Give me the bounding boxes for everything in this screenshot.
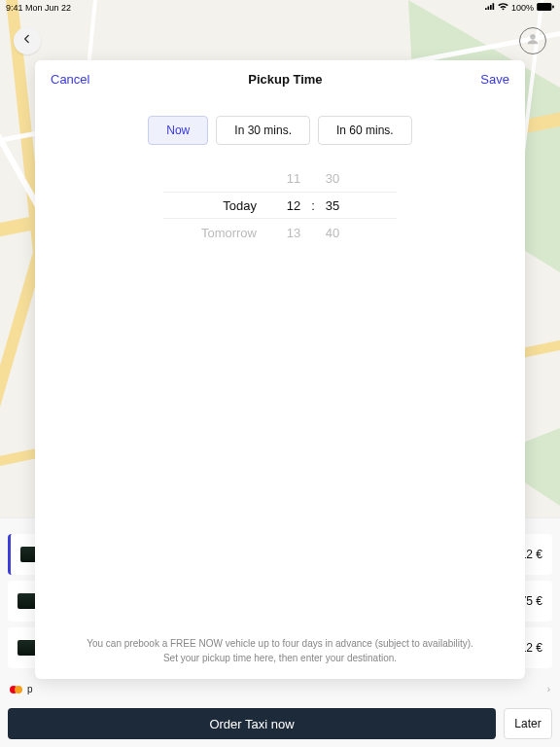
chevron-right-icon: ›	[547, 684, 550, 694]
picker-sep: :	[307, 198, 319, 213]
battery-percent: 100%	[511, 3, 534, 13]
status-time: 9:41 Mon Jun 22	[6, 3, 71, 13]
pickup-time-modal: Cancel Pickup Time Save Now In 30 mins. …	[35, 60, 525, 679]
picker-row-selected[interactable]: Today 12 : 35	[163, 192, 397, 219]
time-picker[interactable]: 11 30 Today 12 : 35 Tomorrow 13 40	[163, 164, 397, 246]
quick-select-row: Now In 30 mins. In 60 mins.	[35, 116, 525, 145]
status-bar: 9:41 Mon Jun 22 100%	[0, 0, 560, 14]
quick-30-button[interactable]: In 30 mins.	[216, 116, 310, 145]
quick-now-button[interactable]: Now	[148, 116, 208, 145]
cancel-button[interactable]: Cancel	[51, 72, 89, 87]
signal-icon	[485, 3, 495, 13]
wifi-icon	[498, 3, 508, 13]
quick-60-button[interactable]: In 60 mins.	[318, 116, 412, 145]
modal-footer-line1: You can prebook a FREE NOW vehicle up to…	[54, 636, 506, 651]
picker-minute: 35	[319, 198, 346, 213]
mastercard-icon	[10, 685, 23, 694]
payment-row[interactable]: p ›	[0, 684, 560, 700]
user-icon	[525, 31, 541, 51]
modal-title: Pickup Time	[248, 72, 322, 87]
save-button[interactable]: Save	[480, 72, 509, 87]
later-button[interactable]: Later	[504, 708, 552, 739]
picker-row-prev[interactable]: 11 30	[163, 164, 397, 192]
modal-header: Cancel Pickup Time Save	[35, 60, 525, 98]
picker-hour: 11	[280, 171, 307, 186]
picker-hour: 13	[280, 226, 307, 240]
svg-rect-1	[537, 3, 551, 11]
modal-footer-text: You can prebook a FREE NOW vehicle up to…	[35, 636, 525, 679]
picker-hour: 12	[280, 198, 307, 213]
back-button[interactable]	[14, 27, 41, 54]
profile-button[interactable]	[519, 27, 546, 54]
modal-footer-line2: Set your pickup time here, then enter yo…	[54, 651, 506, 665]
payment-label: p	[27, 684, 33, 694]
picker-row-next[interactable]: Tomorrow 13 40	[163, 219, 397, 246]
picker-day: Today	[163, 198, 280, 213]
picker-minute: 30	[319, 171, 346, 186]
battery-icon	[537, 3, 554, 13]
picker-day: Tomorrow	[163, 226, 280, 240]
arrow-left-icon	[20, 32, 34, 50]
picker-minute: 40	[319, 226, 346, 240]
svg-point-3	[530, 34, 535, 39]
svg-rect-2	[552, 5, 554, 8]
order-button[interactable]: Order Taxi now	[8, 708, 496, 739]
